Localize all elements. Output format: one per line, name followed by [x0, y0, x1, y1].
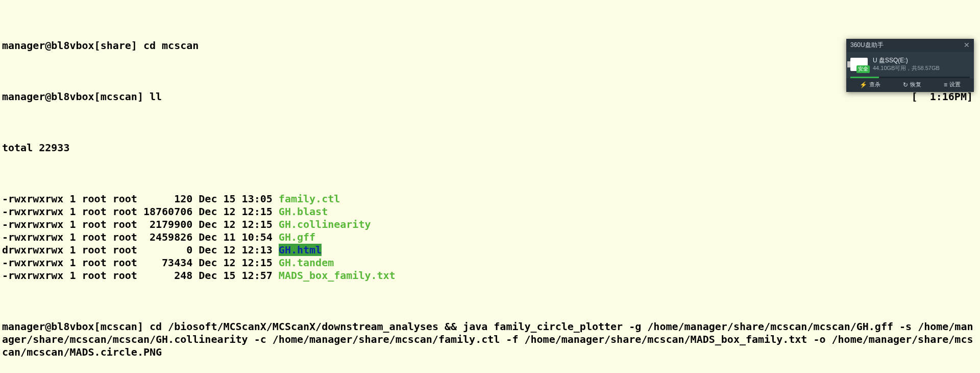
command-text: cd mcscan	[143, 39, 199, 52]
drive-capacity: 44.10GB可用，共58.57GB	[873, 64, 940, 72]
file-meta: drwxrwxrwx 1 root root 0 Dec 12 12:13	[2, 244, 279, 256]
file-row: -rwxrwxrwx 1 root root 2459826 Dec 11 10…	[2, 231, 978, 244]
file-meta: -rwxrwxrwx 1 root root 248 Dec 15 12:57	[2, 269, 279, 282]
file-name: MADS_box_family.txt	[279, 269, 396, 282]
file-row: -rwxrwxrwx 1 root root 73434 Dec 12 12:1…	[2, 257, 978, 269]
file-name: GH.collinearity	[279, 218, 371, 230]
usb-drive-icon: 安全	[850, 58, 868, 71]
file-name: GH.blast	[279, 205, 328, 218]
prompt-prefix: manager@bl8vbox[mcscan]	[2, 90, 143, 103]
command-text: cd /biosoft/MCScanX/MCScanX/downstream_a…	[2, 320, 973, 358]
command-text: ll	[150, 90, 162, 103]
refresh-icon: ↻	[903, 81, 908, 89]
file-meta: -rwxrwxrwx 1 root root 120 Dec 15 13:05	[2, 193, 279, 205]
settings-button[interactable]: ≡设置	[944, 81, 961, 89]
file-name: GH.html	[279, 244, 322, 256]
recover-button[interactable]: ↻恢复	[903, 81, 921, 89]
lightning-icon: ⚡	[860, 81, 867, 89]
drive-name: U 盘SSQ(E:)	[873, 56, 940, 65]
terminal-output[interactable]: manager@bl8vbox[share] cd mcscan [ 1:16P…	[0, 0, 980, 373]
close-icon[interactable]: ✕	[964, 41, 970, 50]
file-name: GH.gff	[279, 231, 315, 243]
file-name: GH.tandem	[279, 257, 334, 269]
file-row: -rwxrwxrwx 1 root root 2179900 Dec 12 12…	[2, 218, 978, 231]
timestamp: [ 1:16PM]	[912, 90, 978, 103]
prompt-line-2: manager@bl8vbox[mcscan] ll [ 1:16PM]	[2, 90, 978, 103]
ls-total: total 22933	[2, 142, 978, 154]
popup-header: 360U盘助手 ✕	[846, 39, 974, 52]
settings-icon: ≡	[944, 81, 947, 89]
prompt-line-1: manager@bl8vbox[share] cd mcscan [ 1:16P…	[2, 39, 978, 52]
file-meta: -rwxrwxrwx 1 root root 18760706 Dec 12 1…	[2, 205, 279, 218]
file-meta: -rwxrwxrwx 1 root root 2179900 Dec 12 12…	[2, 218, 279, 230]
file-row: drwxrwxrwx 1 root root 0 Dec 12 12:13 GH…	[2, 244, 978, 257]
prompt-prefix: manager@bl8vbox[share]	[2, 39, 137, 52]
file-listing: -rwxrwxrwx 1 root root 120 Dec 15 13:05 …	[2, 193, 978, 282]
safety-badge: 安全	[856, 65, 870, 73]
popup-footer: ⚡查杀 ↻恢复 ≡设置	[846, 78, 974, 92]
file-row: -rwxrwxrwx 1 root root 248 Dec 15 12:57 …	[2, 269, 978, 282]
file-row: -rwxrwxrwx 1 root root 18760706 Dec 12 1…	[2, 205, 978, 218]
popup-title: 360U盘助手	[850, 41, 884, 49]
prompt-prefix: manager@bl8vbox[mcscan]	[2, 320, 143, 333]
file-row: -rwxrwxrwx 1 root root 120 Dec 15 13:05 …	[2, 193, 978, 205]
usb-helper-popup: 360U盘助手 ✕ 安全 U 盘SSQ(E:) 44.10GB可用，共58.57…	[846, 39, 974, 92]
file-name: family.ctl	[279, 193, 340, 205]
file-meta: -rwxrwxrwx 1 root root 2459826 Dec 11 10…	[2, 231, 279, 243]
file-meta: -rwxrwxrwx 1 root root 73434 Dec 12 12:1…	[2, 257, 279, 269]
scan-button[interactable]: ⚡查杀	[860, 81, 880, 89]
prompt-line-3: manager@bl8vbox[mcscan] cd /biosoft/MCSc…	[2, 320, 978, 359]
popup-body: 安全 U 盘SSQ(E:) 44.10GB可用，共58.57GB	[846, 52, 974, 77]
drive-info: U 盘SSQ(E:) 44.10GB可用，共58.57GB	[873, 56, 940, 73]
